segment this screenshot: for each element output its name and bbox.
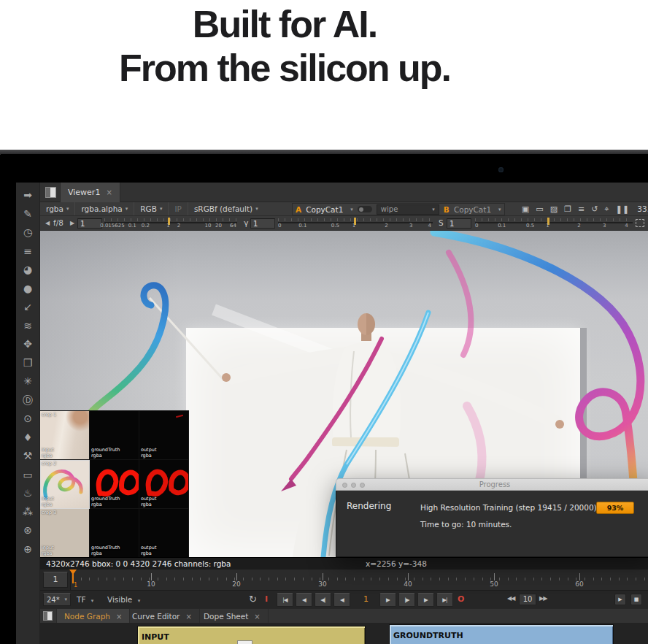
out-point-button[interactable]: O xyxy=(458,594,464,604)
gain-prev-button[interactable]: ◀ xyxy=(45,220,50,226)
visible-dropdown[interactable]: Visible ▾ xyxy=(107,595,140,604)
threed-menu-icon[interactable]: ❒ xyxy=(22,357,34,369)
flame-menu-icon[interactable]: ♨ xyxy=(22,487,34,499)
tab-close-icon[interactable]: × xyxy=(254,613,260,621)
keyer-menu-icon[interactable]: ↙ xyxy=(22,301,34,313)
loop-mode-icon[interactable]: ↻ xyxy=(249,594,257,605)
time-menu-icon[interactable]: ◷ xyxy=(22,226,34,238)
draw-menu-icon[interactable]: ✎ xyxy=(22,208,34,220)
laptop-bezel-edge xyxy=(0,150,648,154)
tf-dropdown[interactable]: TF ▾ xyxy=(77,595,93,604)
filter-menu-icon[interactable]: ● xyxy=(22,283,34,294)
ab-compare-group: A CopyCat1 ▾ wipe ▾ B CopyCat1 ▾ xyxy=(292,203,505,215)
metadata-menu-icon[interactable]: ♦ xyxy=(22,432,34,443)
skip-forward-button[interactable]: ▶▶ xyxy=(539,595,547,602)
motion-streak xyxy=(214,310,339,358)
alpha-channel-value: rgba.alpha xyxy=(81,204,122,213)
step-back-button[interactable]: ◀| xyxy=(315,593,331,607)
playback-bar: 24* ▾ TF ▾ Visible ▾ ↻ I |◀ ◀ ◀| ◀ 1 ▶ |… xyxy=(40,590,648,608)
cattery-menu-icon[interactable]: ⊛ xyxy=(22,524,34,536)
alpha-channel-dropdown[interactable]: rgba.alpha ▾ xyxy=(75,202,134,215)
go-start-button[interactable]: |◀ xyxy=(277,593,293,607)
merge-menu-icon[interactable]: ≋ xyxy=(22,320,34,331)
input-process-toggle[interactable]: IP xyxy=(169,202,187,215)
refresh-icon[interactable]: ↺ xyxy=(591,204,598,214)
channel-menu-icon[interactable]: ≡ xyxy=(22,245,34,257)
node-graph-panel[interactable]: INPUT GROUNDTRUTH xyxy=(40,623,648,644)
zoom-region-icon[interactable] xyxy=(636,219,644,227)
gain-slider[interactable]: 0.015625 0.1 0.2 1 2 10 20 64 xyxy=(104,216,237,231)
image-menu-icon[interactable]: ➡ xyxy=(22,189,34,201)
particles-menu-icon[interactable]: ✳ xyxy=(22,375,34,387)
sat-tick: 4 xyxy=(625,223,628,229)
timeline-ruler[interactable]: 10 20 30 40 50 60 1 xyxy=(70,570,648,590)
hero-line-2: From the silicon up. xyxy=(0,45,569,91)
frame-increment-field[interactable]: 10 xyxy=(519,594,536,605)
current-frame-field[interactable]: 1 xyxy=(43,572,68,588)
input-process-label: IP xyxy=(174,204,181,213)
timeline-major-tick xyxy=(323,573,323,580)
tab-curve-editor[interactable]: Curve Editor × xyxy=(125,609,200,624)
progress-task-label: Rendering xyxy=(347,501,391,511)
transform-menu-icon[interactable]: ✥ xyxy=(22,338,34,350)
b-input-dropdown[interactable]: CopyCat1 xyxy=(454,205,491,214)
proxy-mode-icon[interactable]: ▨ xyxy=(550,204,558,214)
display-window-icon[interactable]: ▣ xyxy=(522,204,529,214)
progress-eta-text: Time to go: 10 minutes. xyxy=(420,520,512,529)
play-backward-button[interactable]: ◀ xyxy=(333,593,350,607)
crop3-output-cell: outputrgba xyxy=(139,509,189,557)
a-input-dropdown[interactable]: CopyCat1 xyxy=(306,205,343,214)
saturation-slider[interactable]: 0 0.1 0.5 1 2 3 4 xyxy=(475,216,633,231)
format-center-icon[interactable]: ▭ xyxy=(536,204,543,214)
tab-dope-sheet[interactable]: Dope Sheet × xyxy=(196,609,269,624)
render-stop-button[interactable]: ■ xyxy=(630,594,642,605)
tab-node-graph[interactable]: Node Graph × xyxy=(56,609,130,624)
crop-row-2: crop 2 inputrgba groundTruthrgba outputr… xyxy=(40,460,189,509)
skip-back-button[interactable]: ◀◀ xyxy=(507,595,514,602)
pane-split-icon[interactable] xyxy=(43,611,53,621)
go-end-button[interactable]: ▶| xyxy=(436,593,453,607)
pane-split-icon[interactable] xyxy=(45,187,56,198)
tab-viewer1[interactable]: Viewer1 × xyxy=(60,183,120,202)
in-point-button[interactable]: I xyxy=(265,594,268,604)
gamma-input[interactable]: 1 xyxy=(250,218,275,229)
toolsets-menu-icon[interactable]: ⚒ xyxy=(22,450,34,461)
gamma-tick: 3 xyxy=(409,223,412,229)
saturation-input[interactable]: 1 xyxy=(447,218,471,229)
gain-compare-icon[interactable]: ❐ xyxy=(564,204,571,214)
progress-titlebar[interactable]: Progress xyxy=(336,478,648,491)
tab-close-icon[interactable]: × xyxy=(116,613,122,621)
other-menu-icon[interactable]: ▭ xyxy=(22,469,34,480)
timeline-tick-label: 30 xyxy=(318,580,326,588)
sparkles-menu-icon[interactable]: ⁂ xyxy=(22,506,34,518)
flipbook-play-button[interactable]: ▶ xyxy=(614,594,626,605)
deep-menu-icon[interactable]: Ⓓ xyxy=(22,394,34,406)
chevron-down-icon: ▾ xyxy=(432,207,435,212)
gain-input[interactable]: 1 xyxy=(77,218,102,229)
views-menu-icon[interactable]: ⊙ xyxy=(22,413,34,424)
gain-next-button[interactable]: ▶ xyxy=(70,220,74,226)
next-keyframe-button[interactable]: ▶ xyxy=(417,593,434,607)
prev-keyframe-button[interactable]: ◀ xyxy=(296,593,312,607)
gamma-slider[interactable]: 0 0.1 0.5 1 2 3 4 xyxy=(278,216,433,231)
wipe-mode-dropdown[interactable]: wipe ▾ xyxy=(377,204,439,215)
node-groundtruth[interactable]: GROUNDTRUTH xyxy=(389,624,614,644)
layer-list-icon[interactable]: ≡ xyxy=(578,204,585,214)
crop-title: crop 3 xyxy=(42,510,56,515)
color-menu-icon[interactable]: ◕ xyxy=(22,264,34,275)
lut-dropdown[interactable]: sRGBf (default) ▾ xyxy=(188,202,264,215)
node-dot[interactable] xyxy=(237,640,252,644)
pause-icon[interactable]: ❚❚ xyxy=(616,204,629,214)
settings-menu-icon[interactable]: ⊕ xyxy=(22,543,34,555)
saturation-label: S xyxy=(439,218,444,227)
roi-icon[interactable]: ⌖ xyxy=(604,204,609,214)
play-forward-button[interactable]: ▶ xyxy=(379,593,396,607)
display-channel-dropdown[interactable]: RGB ▾ xyxy=(134,202,168,215)
step-forward-button[interactable]: |▶ xyxy=(398,593,415,607)
wipe-toggle[interactable] xyxy=(358,206,372,212)
tab-close-icon[interactable]: × xyxy=(106,188,112,196)
channels-dropdown[interactable]: rgba ▾ xyxy=(40,202,74,215)
framerate-dropdown[interactable]: 24* ▾ xyxy=(43,593,71,606)
tab-close-icon[interactable]: × xyxy=(185,613,191,621)
progress-body: Rendering High Resolution Training (step… xyxy=(336,491,648,557)
